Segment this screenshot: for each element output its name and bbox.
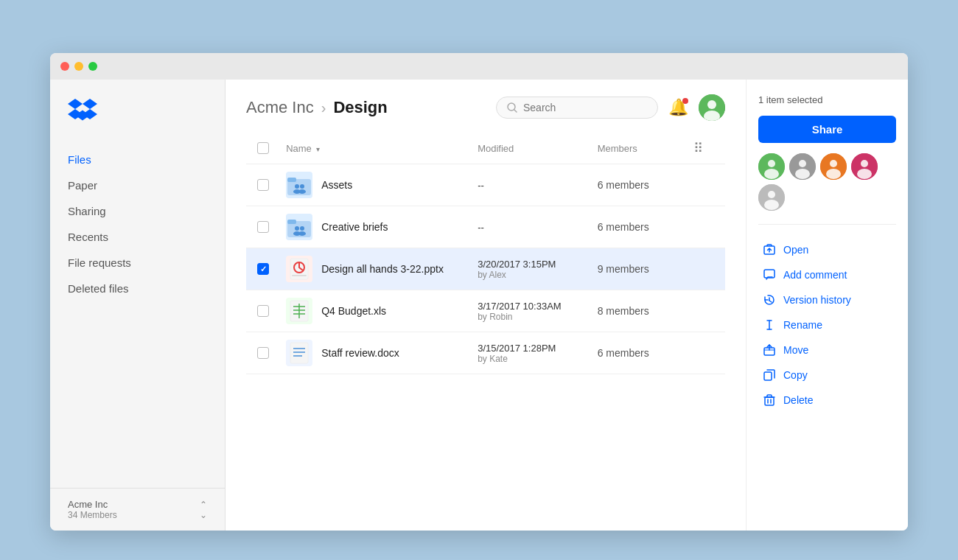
action-move[interactable]: Move [758, 338, 896, 362]
row-actions-cell [688, 206, 725, 248]
delete-icon [763, 393, 776, 407]
sidebar: Files Paper Sharing Recents File request… [50, 80, 225, 531]
app-body: Files Paper Sharing Recents File request… [50, 80, 908, 531]
dropbox-logo-icon [68, 97, 97, 124]
table-header-row: Name ▾ Modified Members ⠿ [246, 133, 725, 164]
svg-point-17 [298, 231, 306, 236]
breadcrumb-separator: › [321, 99, 326, 116]
row-name-cell: Q4 Budget.xls [280, 290, 472, 332]
search-icon [507, 102, 517, 113]
row-checkbox-staff-review[interactable] [257, 347, 269, 359]
pptx-icon [286, 256, 312, 282]
row-checkbox-assets[interactable] [257, 179, 269, 191]
svg-point-38 [795, 169, 810, 179]
user-avatar[interactable] [699, 94, 725, 121]
svg-point-8 [295, 184, 299, 189]
folder-people-icon [287, 217, 311, 237]
row-checkbox-q4-budget[interactable] [257, 305, 269, 317]
table-row[interactable]: Q4 Budget.xls 3/17/2017 10:33AM by Robin… [246, 290, 725, 332]
row-checkbox-cell [246, 332, 280, 374]
action-delete[interactable]: Delete [758, 388, 896, 412]
svg-point-43 [861, 160, 868, 167]
docx-file-icon [287, 340, 311, 366]
row-members-cell: 6 members [592, 206, 688, 248]
row-checkbox-creative-briefs[interactable] [257, 221, 269, 233]
notification-bell[interactable]: 🔔 [668, 98, 688, 117]
main-content: Acme Inc › Design 🔔 [225, 80, 746, 531]
svg-point-46 [768, 191, 775, 198]
member-avatar [758, 153, 785, 180]
close-button[interactable] [60, 62, 69, 71]
svg-rect-13 [287, 220, 296, 224]
maximize-button[interactable] [88, 62, 97, 71]
copy-icon [763, 368, 776, 382]
search-input[interactable] [523, 102, 647, 113]
sidebar-item-deleted-files[interactable]: Deleted files [59, 276, 216, 301]
svg-point-3 [707, 100, 716, 109]
search-box[interactable] [496, 97, 658, 119]
select-all-checkbox[interactable] [257, 142, 269, 154]
move-icon [763, 343, 776, 357]
sidebar-item-paper[interactable]: Paper [59, 173, 216, 197]
th-name[interactable]: Name ▾ [280, 133, 472, 164]
title-bar [50, 53, 908, 80]
pptx-file-icon [287, 256, 311, 282]
share-button[interactable]: Share [758, 116, 896, 143]
action-add-comment[interactable]: Add comment [758, 263, 896, 287]
table-row[interactable]: Design all hands 3-22.pptx 3/20/2017 3:1… [246, 248, 725, 290]
xlsx-icon [286, 298, 312, 324]
action-list: Open Add comment Version history [758, 238, 896, 412]
open-icon [763, 243, 776, 256]
svg-rect-21 [292, 275, 307, 276]
row-members-cell: 9 members [592, 248, 688, 290]
row-name-cell: Creative briefs [280, 206, 472, 248]
file-name: Creative briefs [321, 221, 388, 233]
svg-point-14 [295, 226, 299, 231]
header-right: 🔔 [496, 94, 725, 121]
row-modified-cell: -- [472, 206, 592, 248]
row-checkbox-design-all-hands[interactable] [257, 263, 269, 275]
th-view-toggle[interactable]: ⠿ [688, 133, 725, 164]
sidebar-item-recents[interactable]: Recents [59, 225, 216, 249]
sidebar-item-files[interactable]: Files [59, 147, 216, 172]
avatar-image [699, 94, 725, 121]
table-row[interactable]: Assets -- 6 members [246, 164, 725, 206]
svg-rect-56 [764, 372, 772, 380]
action-divider [758, 224, 896, 225]
row-modified-cell: 3/20/2017 3:15PM by Alex [472, 248, 592, 290]
minimize-button[interactable] [74, 62, 83, 71]
svg-line-1 [514, 110, 517, 112]
rename-icon [763, 318, 776, 332]
sidebar-item-sharing[interactable]: Sharing [59, 199, 216, 223]
breadcrumb-parent: Acme Inc [246, 98, 314, 117]
action-version-history[interactable]: Version history [758, 288, 896, 312]
table-row[interactable]: Staff review.docx 3/15/2017 1:28PM by Ka… [246, 332, 725, 374]
svg-point-9 [300, 184, 304, 189]
history-icon [763, 293, 776, 307]
sidebar-logo [50, 97, 225, 147]
file-name: Q4 Budget.xls [321, 305, 386, 317]
file-name: Assets [321, 179, 352, 191]
svg-point-41 [826, 169, 841, 179]
row-checkbox-cell [246, 248, 280, 290]
notification-dot [682, 98, 688, 104]
table-row[interactable]: Creative briefs -- 6 members [246, 206, 725, 248]
row-checkbox-cell [246, 206, 280, 248]
action-open[interactable]: Open [758, 238, 896, 262]
row-name-cell: Design all hands 3-22.pptx [280, 248, 472, 290]
svg-rect-29 [290, 343, 308, 363]
th-select-all [246, 133, 280, 164]
folder-icon [286, 214, 312, 240]
row-modified-cell: 3/17/2017 10:33AM by Robin [472, 290, 592, 332]
action-copy[interactable]: Copy [758, 363, 896, 387]
th-members: Members [592, 133, 688, 164]
member-avatar [789, 153, 816, 180]
file-list-area: Name ▾ Modified Members ⠿ [225, 133, 746, 531]
action-rename[interactable]: Rename [758, 313, 896, 337]
row-modified-cell: -- [472, 164, 592, 206]
row-checkbox-cell [246, 290, 280, 332]
sidebar-item-file-requests[interactable]: File requests [59, 251, 216, 275]
right-panel: 1 item selected Share [746, 80, 908, 531]
selected-count: 1 item selected [758, 94, 896, 105]
svg-rect-7 [287, 178, 296, 182]
